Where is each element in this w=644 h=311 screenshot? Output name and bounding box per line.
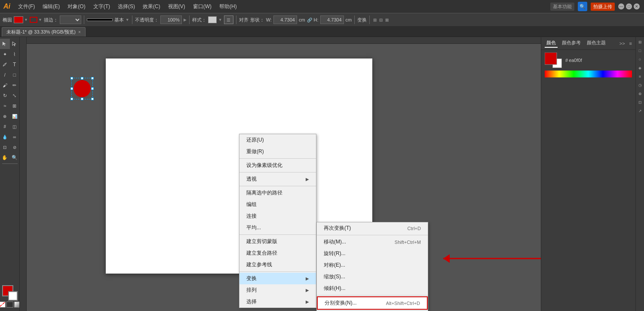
none-swatch[interactable] [0, 302, 6, 308]
menu-edit[interactable]: 编辑(E) [39, 2, 63, 11]
handle-ml[interactable] [71, 87, 73, 90]
upload-btn[interactable]: 拍摄上传 [591, 3, 615, 11]
sub-shear[interactable]: 倾斜(H)... [317, 283, 428, 294]
style-swatch[interactable] [208, 16, 217, 23]
gradient-swatch[interactable] [14, 302, 20, 308]
ctx-average[interactable]: 平均... [239, 222, 316, 234]
graph-tool[interactable]: 📊 [10, 111, 20, 121]
fr-icon-7[interactable]: ⊕ [637, 90, 644, 97]
fr-icon-1[interactable]: ⊞ [637, 39, 644, 46]
menu-object[interactable]: 对象(O) [64, 2, 89, 11]
fg-bg-swatches[interactable] [2, 285, 18, 301]
tab-color-guide[interactable]: 颜色参考 [560, 39, 583, 48]
stroke-swatch[interactable] [30, 17, 37, 23]
ctx-select[interactable]: 选择 ▶ [239, 296, 316, 308]
menu-file[interactable]: 文件(F) [15, 2, 38, 11]
sub-rotate[interactable]: 旋转(R)... [317, 248, 428, 259]
pen-tool[interactable] [0, 59, 10, 70]
close-button[interactable]: ✕ [634, 3, 640, 9]
width-input[interactable] [273, 15, 297, 24]
handle-mr[interactable] [91, 87, 94, 90]
handle-br[interactable] [91, 98, 94, 100]
menu-type[interactable]: 文字(T) [90, 2, 113, 11]
minimize-button[interactable]: — [618, 3, 624, 9]
color-spectrum-bar[interactable] [545, 71, 632, 77]
ctx-join[interactable]: 连接 [239, 210, 316, 222]
ctx-redo[interactable]: 重做(R) [239, 146, 316, 157]
stroke-dropdown[interactable] [60, 15, 81, 24]
slice-tool[interactable]: ⊘ [10, 142, 20, 152]
sub-scale[interactable]: 缩放(S)... [317, 271, 428, 283]
fr-icon-8[interactable]: ⊡ [637, 99, 644, 106]
paintbrush-tool[interactable]: 🖌 [0, 80, 10, 90]
icon-btn1[interactable]: ☰ [224, 15, 233, 24]
canvas-area[interactable]: 还原(U) 重做(R) 设为像素级优化 透视 ▶ 隔离选中的路径 编组 连接 [20, 37, 541, 311]
ctx-guide[interactable]: 建立参考线 [239, 259, 316, 271]
eyedropper-tool[interactable]: 💧 [0, 132, 10, 142]
fr-icon-2[interactable]: □ [637, 47, 644, 54]
opacity-input[interactable] [160, 15, 182, 24]
rotate-tool[interactable]: ↻ [0, 90, 10, 101]
handle-bl[interactable] [71, 98, 73, 100]
warp-tool[interactable]: ≈ [0, 101, 10, 111]
ctx-group[interactable]: 编组 [239, 199, 316, 210]
ctx-transform[interactable]: 变换 ▶ [239, 273, 316, 284]
tab-color-theme[interactable]: 颜色主题 [585, 39, 607, 48]
tab-color[interactable]: 颜色 [545, 39, 558, 48]
ctx-undo[interactable]: 还原(U) [239, 134, 316, 146]
sub-transform-again[interactable]: 再次变换(T) Ctrl+D [317, 222, 428, 234]
lock-icon[interactable]: 🔗 [307, 16, 312, 23]
type-tool[interactable]: T [10, 59, 20, 70]
symbol-tool[interactable]: ⊕ [0, 111, 10, 121]
line-tool[interactable]: / [0, 70, 10, 80]
zoom-tool[interactable]: 🔍 [10, 152, 20, 163]
handle-tr[interactable] [91, 77, 94, 80]
artboard-tool[interactable]: ⊡ [0, 142, 10, 152]
menu-help[interactable]: 帮助(H) [216, 2, 240, 11]
panel-options-icon[interactable]: ≡ [629, 41, 632, 46]
tab-close-button[interactable]: × [78, 30, 81, 34]
pencil-tool[interactable]: ✏ [10, 80, 20, 90]
handle-bc[interactable] [81, 98, 83, 100]
align-center-icon[interactable]: ⊟ [378, 18, 383, 22]
ctx-clipping-mask[interactable]: 建立剪切蒙版 [239, 236, 316, 247]
menu-view[interactable]: 视图(V) [165, 2, 189, 11]
fr-icon-6[interactable]: ◷ [637, 82, 644, 89]
menu-window[interactable]: 窗口(W) [190, 2, 215, 11]
direct-selection-tool[interactable] [10, 39, 20, 49]
search-icon[interactable]: 🔍 [578, 2, 587, 11]
rectangle-tool[interactable]: □ [10, 70, 20, 80]
fr-icon-3[interactable]: ○ [637, 56, 644, 63]
gradient-tool[interactable]: ◫ [10, 121, 20, 132]
align-right-icon[interactable]: ⊠ [384, 18, 389, 22]
height-input[interactable] [320, 15, 344, 24]
ctx-compound-path[interactable]: 建立复合路径 [239, 247, 316, 259]
ctx-arrange[interactable]: 排列 ▶ [239, 284, 316, 296]
menu-effect[interactable]: 效果(C) [139, 2, 164, 11]
panel-menu-icon[interactable]: >> [619, 41, 625, 46]
handle-tl[interactable] [71, 77, 73, 80]
free-transform-tool[interactable]: ⊞ [10, 101, 20, 111]
maximize-button[interactable]: □ [626, 3, 632, 9]
lasso-tool[interactable]: ⌇ [10, 49, 20, 59]
ctx-isolate-path[interactable]: 隔离选中的路径 [239, 187, 316, 199]
magic-wand-tool[interactable]: ✦ [0, 49, 10, 59]
sub-move[interactable]: 移动(M)... Shift+Ctrl+M [317, 236, 428, 248]
menu-select[interactable]: 选择(S) [114, 2, 138, 11]
fill-color-swatch[interactable] [14, 16, 23, 23]
fr-icon-5[interactable]: ≡ [637, 73, 644, 80]
fr-icon-4[interactable]: ◈ [637, 65, 644, 71]
handle-tc[interactable] [81, 77, 83, 80]
selected-object[interactable] [71, 78, 93, 99]
sub-transform-each[interactable]: 分别变换(N)... Alt+Shift+Ctrl+D [317, 296, 428, 310]
document-tab[interactable]: 未标题-1* @ 33.33% (RGB/预览) × [2, 27, 86, 37]
mesh-tool[interactable]: # [0, 121, 10, 132]
ctx-pixel-optimize[interactable]: 设为像素级优化 [239, 160, 316, 171]
basic-function-btn[interactable]: 基本功能 [550, 3, 574, 11]
align-left-icon[interactable]: ⊞ [372, 18, 377, 22]
blend-tool[interactable]: ∞ [10, 132, 20, 142]
selection-tool[interactable] [0, 39, 10, 49]
scale-tool[interactable]: ⤡ [10, 90, 20, 101]
ctx-perspective[interactable]: 透视 ▶ [239, 173, 316, 185]
hand-tool[interactable]: ✋ [0, 152, 10, 163]
